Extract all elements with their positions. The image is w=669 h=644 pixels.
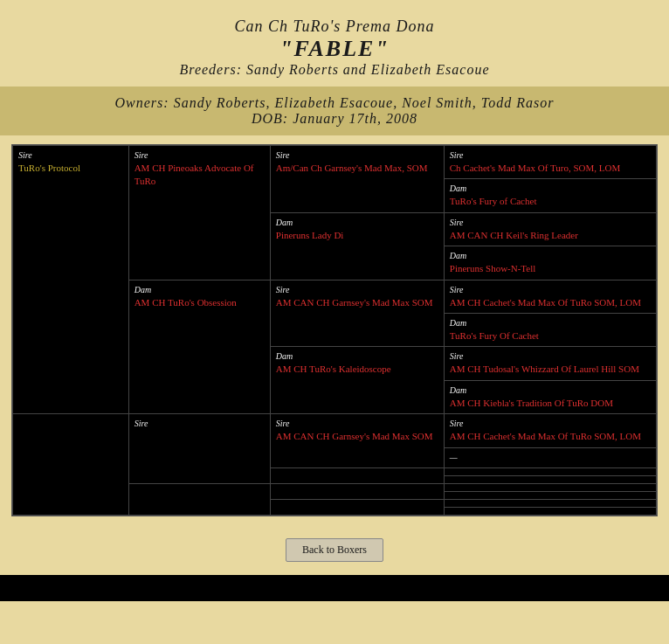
pedigree-table-container: Sire TuRo's Protocol Sire AM CH Pineoaks… — [11, 144, 658, 516]
dam-row11b-cell — [444, 467, 656, 475]
pedigree-table: Sire TuRo's Protocol Sire AM CH Pineoaks… — [12, 145, 657, 516]
dam-sire-sire-sire-name: AM CH Cachet's Mad Max Of TuRo SOM, LOM — [450, 430, 651, 443]
sire-sire-sire-name: Am/Can Ch Garnsey's Mad Max, SOM — [276, 162, 438, 175]
sire-dam-sire-label: Sire — [276, 284, 438, 296]
sire-dam-cell: Dam AM CH TuRo's Obsession — [128, 280, 270, 414]
sire-dam-dam-cell: Dam AM CH TuRo's Kaleidoscope — [270, 347, 444, 414]
dam-dam-sire-sire-cell — [444, 483, 656, 491]
dam-sire-sire-name: AM CAN CH Garnsey's Mad Max SOM — [276, 430, 438, 443]
sire-sire-dam-sire-name: AM CAN CH Keil's Ring Leader — [450, 229, 651, 242]
sire-label: Sire — [18, 149, 123, 162]
sire-sire-sire-dam-cell: Dam TuRo's Fury of Cachet — [444, 179, 656, 212]
dam-row10-cell: — — [444, 447, 656, 467]
dam-row12-cell — [444, 475, 656, 483]
dam-dam-sire-dam-cell — [444, 491, 656, 499]
sire-sire-dam-dam-cell: Dam Pineruns Show-N-Tell — [444, 246, 656, 280]
dam-dam-cell — [128, 483, 270, 515]
dam-row11-cell — [270, 467, 444, 483]
sire-dam-dam-sire-cell: Sire AM CH Tudosal's Whizzard Of Laurel … — [444, 347, 656, 380]
sire-dam-sire-sire-cell: Sire AM CH Cachet's Mad Max Of TuRo SOM,… — [444, 280, 656, 313]
sire-dam-sire-dam-cell: Dam TuRo's Fury Of Cachet — [444, 313, 656, 346]
title-line3: Breeders: Sandy Roberts and Elizabeth Es… — [35, 62, 634, 78]
dam-sire-sire-sire-cell: Sire AM CH Cachet's Mad Max Of TuRo SOM,… — [444, 414, 656, 447]
sire-dam-sire-sire-name: AM CH Cachet's Mad Max Of TuRo SOM, LOM — [450, 296, 651, 309]
sire-dam-sire-dam-name: TuRo's Fury Of Cachet — [450, 329, 651, 343]
sire-dam-dam-sire-label: Sire — [450, 350, 651, 363]
owners-section: Owners: Sandy Roberts, Elizabeth Esacoue… — [0, 87, 669, 135]
sire-dam-dam-name: AM CH TuRo's Kaleidoscope — [276, 363, 438, 376]
sire-sire-dam-name: Pineruns Lady Di — [276, 229, 438, 242]
dam-sire-cell: Sire — [128, 414, 270, 483]
sire-sire-cell: Sire AM CH Pineoaks Advocate Of TuRo — [128, 146, 270, 280]
dam-sire-sire-sire-label: Sire — [450, 418, 651, 430]
sire-sire-dam-sire-cell: Sire AM CAN CH Keil's Ring Leader — [444, 212, 656, 246]
sire-sire-dam-label: Dam — [276, 217, 438, 229]
sire-sire-dam-sire-label: Sire — [450, 217, 651, 229]
table-row: Sire TuRo's Protocol Sire AM CH Pineoaks… — [13, 146, 657, 179]
sire-sire-sire-dam-name: TuRo's Fury of Cachet — [450, 195, 651, 208]
dam-dam-dam-dam-cell — [444, 507, 656, 515]
sire-dam-dam-dam-cell: Dam AM CH Kiebla's Tradition Of TuRo DOM — [444, 380, 656, 413]
sire-sire-dam-dam-label: Dam — [450, 250, 651, 262]
dam-sire-label: Sire — [134, 418, 265, 430]
sire-sire-label: Sire — [134, 149, 265, 162]
sire-dam-dam-sire-name: AM CH Tudosal's Whizzard Of Laurel Hill … — [450, 363, 651, 376]
title-line1: Can Ch TuRo's Prema Dona — [35, 17, 634, 36]
sire-dam-sire-name: AM CAN CH Garnsey's Mad Max SOM — [276, 296, 438, 309]
sire-sire-name: AM CH Pineoaks Advocate Of TuRo — [134, 162, 265, 189]
sire-sire-dam-dam-name: Pineruns Show-N-Tell — [450, 262, 651, 275]
sire-dam-sire-sire-label: Sire — [450, 284, 651, 296]
owners-line1: Owners: Sandy Roberts, Elizabeth Esacoue… — [35, 95, 634, 111]
sire-cell: Sire TuRo's Protocol — [13, 146, 129, 414]
sire-dam-sire-dam-label: Dam — [450, 317, 651, 329]
dam-dam-dam-sire-cell — [444, 499, 656, 507]
sire-dam-dam-dam-label: Dam — [450, 384, 651, 397]
sire-sire-sire-sire-cell: Sire Ch Cachet's Mad Max Of Turo, SOM, L… — [444, 146, 656, 179]
back-to-boxers-button[interactable]: Back to Boxers — [286, 538, 383, 562]
sire-name: TuRo's Protocol — [18, 162, 123, 175]
dam-dam-sire-cell — [270, 483, 444, 499]
dam-sire-sire-label: Sire — [276, 418, 438, 430]
table-row: Sire Sire AM CAN CH Garnsey's Mad Max SO… — [13, 414, 657, 447]
sire-dam-name: AM CH TuRo's Obsession — [134, 296, 265, 309]
owners-line2: DOB: January 17th, 2008 — [35, 111, 634, 127]
sire-sire-dam-cell: Dam Pineruns Lady Di — [270, 212, 444, 280]
title-line2: "FABLE" — [35, 36, 634, 62]
sire-sire-sire-sire-label: Sire — [450, 149, 651, 162]
header-section: Can Ch TuRo's Prema Dona "FABLE" Breeder… — [0, 0, 669, 87]
sire-dam-label: Dam — [134, 284, 265, 296]
bottom-bar — [0, 575, 669, 601]
dam-dam-dam-cell — [270, 499, 444, 515]
back-button-container: Back to Boxers — [0, 525, 669, 575]
dam-sire-sire-cell: Sire AM CAN CH Garnsey's Mad Max SOM — [270, 414, 444, 467]
dam-placeholder-cell — [13, 414, 129, 515]
sire-sire-sire-cell: Sire Am/Can Ch Garnsey's Mad Max, SOM — [270, 146, 444, 213]
sire-dam-dam-label: Dam — [276, 350, 438, 363]
sire-dam-sire-cell: Sire AM CAN CH Garnsey's Mad Max SOM — [270, 280, 444, 347]
sire-dam-dam-dam-name: AM CH Kiebla's Tradition Of TuRo DOM — [450, 397, 651, 410]
sire-sire-sire-dam-label: Dam — [450, 183, 651, 195]
sire-sire-sire-label: Sire — [276, 149, 438, 162]
sire-sire-sire-sire-name: Ch Cachet's Mad Max Of Turo, SOM, LOM — [450, 162, 651, 175]
